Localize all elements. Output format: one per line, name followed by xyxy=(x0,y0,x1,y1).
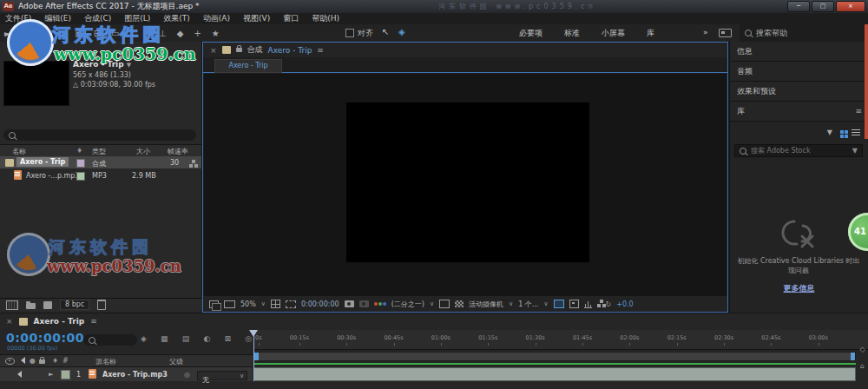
panel-header-effects[interactable]: 效果和预设 xyxy=(730,82,868,102)
panel-menu-icon[interactable]: ≡ xyxy=(855,102,862,121)
maximize-button[interactable]: ▢ xyxy=(812,1,834,12)
tag-icon[interactable]: ♦ xyxy=(76,147,82,155)
close-tab-icon[interactable]: × xyxy=(210,46,217,55)
panel-header-info[interactable]: 信息 xyxy=(730,42,868,62)
exposure-value[interactable]: +0.0 xyxy=(616,300,633,308)
snap-icon[interactable]: ◈ xyxy=(398,27,405,36)
panel-header-libraries[interactable]: 库 ≡ xyxy=(730,102,868,122)
menu-item[interactable]: 视图(V) xyxy=(243,13,270,24)
channel-icon[interactable] xyxy=(374,302,386,307)
close-tab-icon[interactable]: × xyxy=(6,317,13,326)
layer-duration-bar[interactable] xyxy=(253,367,856,381)
shield-icon[interactable]: ◇ xyxy=(859,346,865,353)
project-row-audio[interactable]: Axero -...p.mp3 MP3 2.9 MB xyxy=(0,169,201,181)
show-snapshot-icon[interactable] xyxy=(359,300,369,307)
expand-arrow-icon[interactable]: ► xyxy=(49,371,53,378)
project-search-field[interactable] xyxy=(3,129,196,141)
lock-icon[interactable] xyxy=(236,48,242,52)
timeline-search-field[interactable] xyxy=(83,334,137,346)
workspace-switcher-icon[interactable] xyxy=(719,29,732,37)
chevron-down-icon[interactable]: ▼ xyxy=(827,129,832,136)
timeline-switch-icon[interactable]: ◈ xyxy=(141,334,147,343)
panel-menu-icon[interactable]: ≡ xyxy=(90,317,97,326)
list-view-icon[interactable] xyxy=(852,129,860,135)
mask-visibility-icon[interactable] xyxy=(554,300,564,308)
panel-menu-icon[interactable]: ≡ xyxy=(317,46,324,55)
solo-icon[interactable]: ● xyxy=(30,357,36,365)
reset-exposure-icon[interactable]: ↻ xyxy=(606,300,612,308)
tool-icon[interactable]: ★ xyxy=(212,29,220,38)
view-layout-value[interactable]: 1 个... xyxy=(518,300,538,309)
timeline-switch-icon[interactable]: ▦ xyxy=(161,334,168,343)
audio-on-icon[interactable] xyxy=(14,371,22,378)
chevron-down-icon[interactable]: ▼ xyxy=(852,147,858,155)
viewer-tab[interactable]: Axero - Trip xyxy=(214,59,282,73)
flowchart-icon[interactable] xyxy=(189,164,193,168)
transparency-grid-icon[interactable] xyxy=(455,300,464,307)
timeline-switch-icon[interactable]: ▤ xyxy=(182,334,190,343)
more-info-link[interactable]: 更多信息 xyxy=(730,283,868,294)
new-composition-icon[interactable] xyxy=(43,301,52,309)
workspace-more-chevrons[interactable]: » xyxy=(703,28,708,36)
trash-icon[interactable] xyxy=(97,300,106,310)
panel-header-audio[interactable]: 音频 xyxy=(730,62,868,82)
layer-color-swatch[interactable] xyxy=(61,370,70,379)
grid-guides-icon[interactable] xyxy=(271,300,280,308)
audio-icon[interactable] xyxy=(17,357,25,364)
playhead[interactable] xyxy=(249,330,259,381)
pickwhip-icon[interactable]: ◎ xyxy=(184,371,190,379)
menu-item[interactable]: 效果(T) xyxy=(163,13,190,24)
hand-icon[interactable]: ⌂ xyxy=(860,362,865,370)
timeline-tab[interactable]: × Axero - Trip ≡ xyxy=(0,314,97,328)
eye-icon[interactable] xyxy=(5,358,15,365)
layer-name[interactable]: Axero - Trip.mp3 xyxy=(102,371,168,379)
workspace-tab[interactable]: 必要项 xyxy=(519,28,542,39)
time-ruler[interactable]: 0s00:15s00:30s00:45s01:00s01:15s01:30s01… xyxy=(253,330,868,350)
region-icon[interactable] xyxy=(439,300,450,308)
parent-column[interactable]: 父级 xyxy=(169,357,183,366)
exposure-histogram-icon[interactable] xyxy=(584,300,592,308)
label-swatch[interactable] xyxy=(76,159,85,168)
current-timecode[interactable]: 0:00:00:00 xyxy=(6,331,84,345)
menu-item[interactable]: 帮助(H) xyxy=(312,13,339,24)
minimize-button[interactable]: ─ xyxy=(787,1,810,12)
column-type[interactable]: 类型 xyxy=(92,147,106,156)
bit-depth-button[interactable]: 8 bpc xyxy=(60,300,89,310)
menu-item[interactable]: 动画(A) xyxy=(203,13,230,24)
timeline-switch-icon[interactable]: ⊠ xyxy=(224,334,231,343)
source-name-column[interactable]: 源名称 xyxy=(95,357,116,366)
close-button[interactable]: × xyxy=(836,1,865,12)
workspace-tab[interactable]: 库 xyxy=(647,28,654,39)
composition-viewer[interactable] xyxy=(204,74,727,296)
chevron-down-icon[interactable]: ∨ xyxy=(430,300,434,307)
column-fps[interactable]: 帧速率 xyxy=(168,147,188,156)
workspace-tab[interactable]: 小屏幕 xyxy=(602,28,625,39)
pixel-aspect-icon[interactable] xyxy=(569,300,579,308)
new-folder-icon[interactable] xyxy=(26,303,36,309)
work-area-end-handle[interactable] xyxy=(851,353,855,360)
lock-icon[interactable] xyxy=(39,359,45,364)
tag-icon[interactable]: ♦ xyxy=(52,357,58,365)
snapshot-icon[interactable] xyxy=(345,300,354,307)
layer-number-column[interactable]: # xyxy=(62,357,69,365)
workspace-tab[interactable]: 标准 xyxy=(564,28,580,39)
column-name[interactable]: 名称 xyxy=(12,147,26,156)
project-item-name[interactable]: Axero - Trip xyxy=(16,157,69,167)
menu-item[interactable]: 窗口 xyxy=(283,13,299,24)
camera-view-value[interactable]: 活动摄像机 xyxy=(469,300,503,309)
resolution-value[interactable]: (二分之一) xyxy=(391,300,424,309)
always-preview-icon[interactable] xyxy=(209,300,219,308)
flowchart-icon[interactable] xyxy=(597,304,601,307)
parent-dropdown[interactable]: 无 ∨ xyxy=(197,371,247,380)
work-area-bar[interactable] xyxy=(253,352,856,361)
chevron-down-icon[interactable]: ∨ xyxy=(261,300,266,307)
grid-view-icon[interactable] xyxy=(840,130,844,134)
magnification-value[interactable]: 50% xyxy=(240,300,256,308)
stock-search-field[interactable]: 搜索 Adobe Stock ▼ xyxy=(734,144,863,157)
help-search-field[interactable]: 搜索帮助 xyxy=(740,24,868,42)
chevron-down-icon[interactable]: ∨ xyxy=(509,300,513,307)
tool-icon[interactable]: ◆ xyxy=(177,29,184,38)
region-of-interest-icon[interactable] xyxy=(286,300,296,308)
composition-canvas[interactable] xyxy=(346,102,589,262)
interpret-footage-icon[interactable] xyxy=(6,300,18,310)
